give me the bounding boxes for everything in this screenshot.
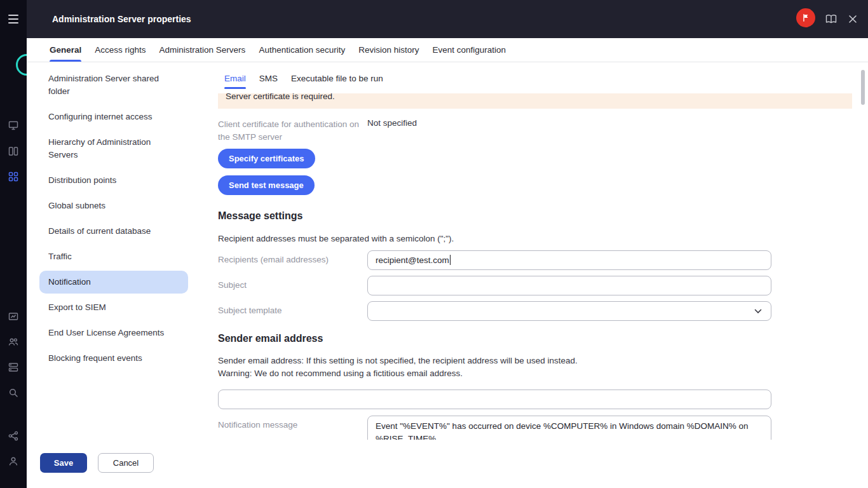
close-icon[interactable] — [846, 13, 859, 25]
nav-item-shared-folder[interactable]: Administration Server shared folder — [39, 67, 188, 103]
nav-item-distribution-points[interactable]: Distribution points — [39, 169, 188, 192]
recipients-hint: Recipient addresses must be separated wi… — [218, 234, 454, 243]
manual-icon[interactable] — [825, 13, 837, 25]
share-icon[interactable] — [8, 431, 18, 441]
text-cursor — [450, 255, 451, 265]
sender-note-line2: Warning: We do not recommend using a fic… — [218, 367, 578, 380]
users-icon[interactable] — [8, 337, 18, 347]
tab-administration-servers[interactable]: Administration Servers — [159, 38, 246, 62]
sender-email-heading: Sender email address — [218, 333, 323, 344]
nav-item-export-siem[interactable]: Export to SIEM — [39, 296, 188, 319]
scrollbar-thumb[interactable] — [861, 70, 865, 105]
tab-authentication-security[interactable]: Authentication security — [259, 38, 345, 62]
nav-item-global-subnets[interactable]: Global subnets — [39, 194, 188, 217]
specify-certificates-button[interactable]: Specify certificates — [218, 149, 315, 168]
nav-item-internet-access[interactable]: Configuring internet access — [39, 105, 188, 128]
notification-message-label: Notification message — [218, 420, 297, 430]
sender-email-input[interactable] — [218, 390, 771, 409]
send-test-message-button[interactable]: Send test message — [218, 175, 315, 195]
subject-input[interactable] — [367, 276, 771, 295]
tab-general[interactable]: General — [50, 38, 81, 62]
search-icon[interactable] — [8, 388, 18, 398]
monitoring-icon[interactable] — [8, 120, 18, 130]
dialog-body: General Access rights Administration Ser… — [27, 38, 868, 488]
nav-item-current-database[interactable]: Details of current database — [39, 220, 188, 243]
nav-item-blocking-events[interactable]: Blocking frequent events — [39, 347, 188, 370]
client-certificate-label: Client certificate for authentication on… — [218, 118, 365, 144]
menu-icon[interactable] — [8, 15, 18, 24]
subject-label: Subject — [218, 280, 247, 290]
subject-template-select[interactable] — [367, 301, 771, 321]
chevron-down-icon — [754, 309, 762, 314]
warning-banner-text: Server certificate is required. — [218, 93, 852, 103]
dashboard-icon[interactable] — [8, 311, 18, 322]
console-grid-icon[interactable] — [8, 172, 18, 182]
assets-icon[interactable] — [8, 146, 18, 156]
message-settings-heading: Message settings — [218, 210, 302, 222]
subtab-email[interactable]: Email — [224, 74, 246, 89]
sender-note: Sender email address: If this setting is… — [218, 355, 578, 380]
sender-note-line1: Sender email address: If this setting is… — [218, 355, 578, 367]
nav-item-notification[interactable]: Notification — [39, 271, 188, 294]
client-certificate-value: Not specified — [367, 118, 417, 128]
subtab-executable[interactable]: Executable file to be run — [291, 74, 383, 89]
dialog-header: Administration Server properties — [0, 0, 868, 38]
recipients-value: recipient@test.com — [376, 255, 449, 265]
nav-item-eula[interactable]: End User License Agreements — [39, 322, 188, 344]
nav-item-traffic[interactable]: Traffic — [39, 245, 188, 268]
warning-banner: Server certificate is required. — [218, 93, 852, 109]
recipients-label: Recipients (email addresses) — [218, 255, 329, 264]
cancel-button[interactable]: Cancel — [98, 453, 154, 473]
logo-ring — [16, 54, 27, 76]
tab-event-configuration[interactable]: Event configuration — [433, 38, 506, 62]
tab-revision-history[interactable]: Revision history — [358, 38, 419, 62]
save-button[interactable]: Save — [40, 453, 87, 473]
recipients-input[interactable]: recipient@test.com — [367, 250, 771, 270]
notification-subtabs: Email SMS Executable file to be run — [224, 74, 383, 89]
dialog-title: Administration Server properties — [52, 0, 191, 38]
storage-icon[interactable] — [8, 362, 18, 372]
notification-email-pane: Email SMS Executable file to be run Serv… — [218, 62, 868, 488]
account-icon[interactable] — [8, 456, 18, 466]
tab-access-rights[interactable]: Access rights — [95, 38, 146, 62]
dialog-footer: Save Cancel — [27, 440, 868, 488]
properties-tabbar: General Access rights Administration Ser… — [27, 38, 868, 62]
app-rail — [0, 0, 27, 488]
settings-nav: Administration Server shared folder Conf… — [39, 67, 188, 372]
subject-template-label: Subject template — [218, 306, 282, 315]
subtab-sms[interactable]: SMS — [259, 74, 278, 89]
flag-badge-icon[interactable] — [796, 8, 815, 27]
nav-item-hierarchy[interactable]: Hierarchy of Administration Servers — [39, 131, 188, 166]
